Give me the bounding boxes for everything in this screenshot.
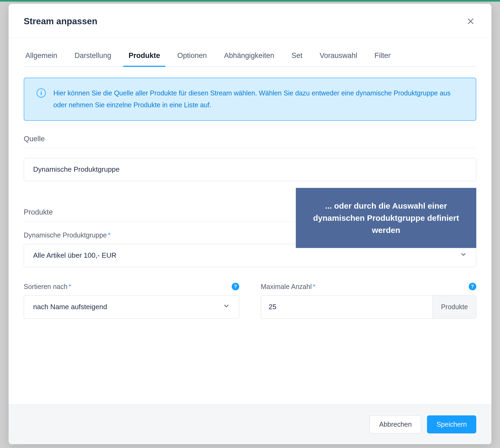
dyn-group-label: Dynamische Produktgruppe* (24, 231, 110, 239)
max-label-row: Maximale Anzahl* ? (261, 283, 476, 291)
tab-allgemein[interactable]: Allgemein (24, 46, 59, 66)
sort-field: Sortieren nach* ? nach Name aufsteigend (24, 283, 239, 319)
sort-select[interactable]: nach Name aufsteigend (24, 295, 239, 319)
sort-label-row: Sortieren nach* ? (24, 283, 239, 291)
help-icon[interactable]: ? (232, 283, 239, 290)
modal-title: Stream anpassen (24, 16, 97, 26)
modal-body: Allgemein Darstellung Produkte Optionen … (9, 38, 491, 404)
app-top-accent (0, 0, 500, 2)
modal-header: Stream anpassen (9, 4, 491, 38)
info-text: Hier können Sie die Quelle aller Produkt… (53, 87, 463, 111)
edit-stream-modal: Stream anpassen Allgemein Darstellung Pr… (9, 4, 491, 444)
info-icon: i (37, 88, 46, 98)
tab-produkte[interactable]: Produkte (127, 46, 162, 66)
tab-filter[interactable]: Filter (373, 46, 392, 66)
max-label: Maximale Anzahl* (261, 283, 315, 291)
source-select[interactable]: Dynamische Produktgruppe (24, 158, 476, 181)
cancel-button[interactable]: Abbrechen (370, 415, 421, 433)
close-icon (467, 17, 475, 25)
info-banner: i Hier können Sie die Quelle aller Produ… (24, 78, 476, 121)
tab-vorauswahl[interactable]: Vorauswahl (318, 46, 359, 66)
tab-darstellung[interactable]: Darstellung (73, 46, 113, 66)
save-button[interactable]: Speichern (427, 415, 476, 433)
modal-footer: Abbrechen Speichern (9, 404, 491, 444)
tab-optionen[interactable]: Optionen (176, 46, 209, 66)
chevron-down-icon (223, 302, 230, 311)
help-icon[interactable]: ? (469, 283, 476, 290)
dyn-group-select-value: Alle Artikel über 100,- EUR (33, 251, 116, 260)
chevron-down-icon (460, 251, 467, 260)
source-select-value: Dynamische Produktgruppe (33, 165, 120, 174)
tab-abhaengigkeiten[interactable]: Abhängigkeiten (223, 46, 276, 66)
section-source-label: Quelle (24, 135, 476, 148)
tab-set[interactable]: Set (290, 46, 304, 66)
max-input[interactable] (261, 295, 433, 319)
max-suffix: Produkte (433, 295, 476, 319)
close-button[interactable] (465, 16, 476, 27)
annotation-tooltip: ... oder durch die Auswahl einer dynamis… (296, 188, 476, 248)
sort-select-value: nach Name aufsteigend (33, 303, 107, 311)
tab-bar: Allgemein Darstellung Produkte Optionen … (24, 46, 476, 67)
max-field: Maximale Anzahl* ? Produkte (261, 283, 476, 319)
max-input-group: Produkte (261, 295, 476, 319)
sort-label: Sortieren nach* (24, 283, 71, 291)
